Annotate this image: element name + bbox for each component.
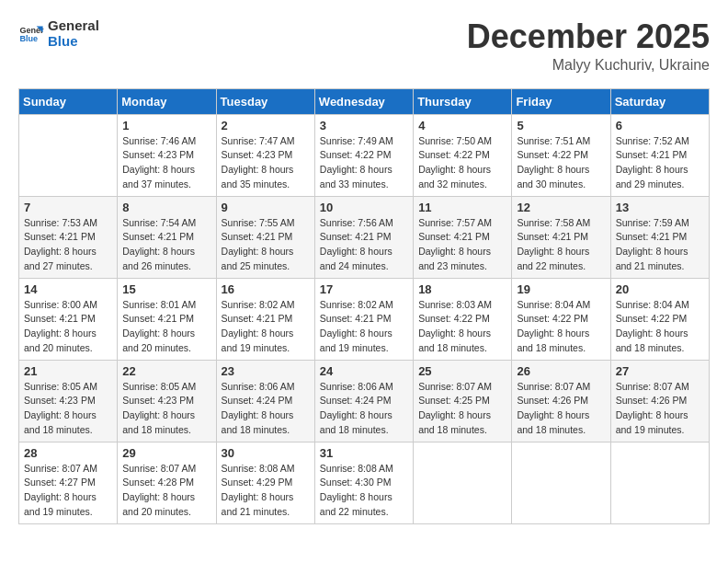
day-number: 13 — [616, 201, 704, 214]
calendar-cell: 21Sunrise: 8:05 AMSunset: 4:23 PMDayligh… — [19, 360, 118, 442]
weekday-header-wednesday: Wednesday — [314, 88, 413, 114]
calendar-cell: 24Sunrise: 8:06 AMSunset: 4:24 PMDayligh… — [314, 360, 413, 442]
calendar-cell: 12Sunrise: 7:58 AMSunset: 4:21 PMDayligh… — [512, 196, 610, 278]
day-number: 2 — [222, 119, 310, 132]
calendar-cell: 11Sunrise: 7:57 AMSunset: 4:21 PMDayligh… — [414, 196, 512, 278]
day-info: Sunrise: 8:03 AMSunset: 4:22 PMDaylight:… — [418, 298, 506, 356]
calendar-cell: 29Sunrise: 8:07 AMSunset: 4:28 PMDayligh… — [118, 442, 216, 523]
day-info: Sunrise: 7:59 AMSunset: 4:21 PMDaylight:… — [616, 216, 704, 274]
calendar-week-row: 28Sunrise: 8:07 AMSunset: 4:27 PMDayligh… — [19, 442, 710, 523]
day-info: Sunrise: 8:02 AMSunset: 4:21 PMDaylight:… — [320, 298, 408, 356]
weekday-header-tuesday: Tuesday — [216, 88, 314, 114]
weekday-header-monday: Monday — [118, 88, 216, 114]
day-number: 10 — [320, 201, 408, 214]
calendar-cell: 8Sunrise: 7:54 AMSunset: 4:21 PMDaylight… — [118, 196, 216, 278]
day-info: Sunrise: 8:02 AMSunset: 4:21 PMDaylight:… — [222, 298, 310, 356]
day-number: 21 — [24, 364, 112, 378]
day-number: 16 — [222, 282, 310, 296]
calendar-table: SundayMondayTuesdayWednesdayThursdayFrid… — [18, 88, 710, 524]
day-number: 19 — [517, 282, 605, 296]
logo-text-general: General — [48, 18, 99, 34]
day-info: Sunrise: 7:46 AMSunset: 4:23 PMDaylight:… — [122, 134, 210, 192]
day-info: Sunrise: 8:01 AMSunset: 4:21 PMDaylight:… — [122, 298, 210, 356]
day-info: Sunrise: 7:58 AMSunset: 4:21 PMDaylight:… — [517, 216, 605, 274]
day-number: 24 — [320, 364, 408, 378]
calendar-week-row: 7Sunrise: 7:53 AMSunset: 4:21 PMDaylight… — [19, 196, 710, 278]
day-info: Sunrise: 8:05 AMSunset: 4:23 PMDaylight:… — [122, 380, 210, 438]
day-number: 5 — [517, 119, 605, 132]
calendar-cell: 27Sunrise: 8:07 AMSunset: 4:26 PMDayligh… — [610, 360, 709, 442]
day-info: Sunrise: 7:56 AMSunset: 4:21 PMDaylight:… — [320, 216, 408, 274]
weekday-header-sunday: Sunday — [19, 88, 118, 114]
day-info: Sunrise: 8:05 AMSunset: 4:23 PMDaylight:… — [24, 380, 112, 438]
weekday-header-saturday: Saturday — [610, 88, 709, 114]
weekday-header-friday: Friday — [512, 88, 610, 114]
calendar-cell: 31Sunrise: 8:08 AMSunset: 4:30 PMDayligh… — [314, 442, 413, 523]
calendar-cell — [19, 114, 118, 196]
calendar-header-row: SundayMondayTuesdayWednesdayThursdayFrid… — [19, 88, 710, 114]
day-number: 3 — [320, 119, 408, 132]
day-info: Sunrise: 7:47 AMSunset: 4:23 PMDaylight:… — [222, 134, 310, 192]
day-number: 7 — [24, 201, 112, 214]
day-number: 11 — [418, 201, 506, 214]
logo: General Blue General Blue — [18, 18, 99, 49]
day-number: 22 — [122, 364, 210, 378]
calendar-cell: 20Sunrise: 8:04 AMSunset: 4:22 PMDayligh… — [610, 278, 709, 360]
day-number: 9 — [222, 201, 310, 214]
calendar-cell — [414, 442, 512, 523]
day-info: Sunrise: 8:07 AMSunset: 4:25 PMDaylight:… — [418, 380, 506, 438]
day-info: Sunrise: 8:08 AMSunset: 4:29 PMDaylight:… — [222, 462, 310, 520]
day-number: 17 — [320, 282, 408, 296]
logo-icon: General Blue — [18, 21, 44, 47]
title-block: December 2025 Malyy Kuchuriv, Ukraine — [467, 18, 710, 74]
day-number: 26 — [517, 364, 605, 378]
calendar-cell: 7Sunrise: 7:53 AMSunset: 4:21 PMDaylight… — [19, 196, 118, 278]
location-subtitle: Malyy Kuchuriv, Ukraine — [467, 57, 710, 74]
day-number: 31 — [320, 446, 408, 460]
calendar-cell: 25Sunrise: 8:07 AMSunset: 4:25 PMDayligh… — [414, 360, 512, 442]
calendar-cell: 28Sunrise: 8:07 AMSunset: 4:27 PMDayligh… — [19, 442, 118, 523]
day-info: Sunrise: 8:07 AMSunset: 4:26 PMDaylight:… — [616, 380, 704, 438]
day-info: Sunrise: 8:04 AMSunset: 4:22 PMDaylight:… — [616, 298, 704, 356]
calendar-cell: 3Sunrise: 7:49 AMSunset: 4:22 PMDaylight… — [314, 114, 413, 196]
day-number: 14 — [24, 282, 112, 296]
day-number: 25 — [418, 364, 506, 378]
day-number: 8 — [122, 201, 210, 214]
svg-text:Blue: Blue — [19, 34, 38, 43]
calendar-week-row: 21Sunrise: 8:05 AMSunset: 4:23 PMDayligh… — [19, 360, 710, 442]
day-info: Sunrise: 7:51 AMSunset: 4:22 PMDaylight:… — [517, 134, 605, 192]
day-info: Sunrise: 7:54 AMSunset: 4:21 PMDaylight:… — [122, 216, 210, 274]
calendar-cell: 14Sunrise: 8:00 AMSunset: 4:21 PMDayligh… — [19, 278, 118, 360]
day-number: 1 — [122, 119, 210, 132]
calendar-cell: 23Sunrise: 8:06 AMSunset: 4:24 PMDayligh… — [216, 360, 314, 442]
day-info: Sunrise: 7:55 AMSunset: 4:21 PMDaylight:… — [222, 216, 310, 274]
calendar-cell: 18Sunrise: 8:03 AMSunset: 4:22 PMDayligh… — [414, 278, 512, 360]
calendar-cell: 2Sunrise: 7:47 AMSunset: 4:23 PMDaylight… — [216, 114, 314, 196]
calendar-cell — [610, 442, 709, 523]
day-number: 28 — [24, 446, 112, 460]
calendar-cell: 10Sunrise: 7:56 AMSunset: 4:21 PMDayligh… — [314, 196, 413, 278]
calendar-cell: 9Sunrise: 7:55 AMSunset: 4:21 PMDaylight… — [216, 196, 314, 278]
day-number: 15 — [122, 282, 210, 296]
day-info: Sunrise: 7:50 AMSunset: 4:22 PMDaylight:… — [418, 134, 506, 192]
day-info: Sunrise: 8:00 AMSunset: 4:21 PMDaylight:… — [24, 298, 112, 356]
calendar-cell: 5Sunrise: 7:51 AMSunset: 4:22 PMDaylight… — [512, 114, 610, 196]
day-info: Sunrise: 7:49 AMSunset: 4:22 PMDaylight:… — [320, 134, 408, 192]
day-number: 4 — [418, 119, 506, 132]
day-info: Sunrise: 7:53 AMSunset: 4:21 PMDaylight:… — [24, 216, 112, 274]
day-number: 20 — [616, 282, 704, 296]
calendar-cell: 30Sunrise: 8:08 AMSunset: 4:29 PMDayligh… — [216, 442, 314, 523]
calendar-cell: 17Sunrise: 8:02 AMSunset: 4:21 PMDayligh… — [314, 278, 413, 360]
weekday-header-thursday: Thursday — [414, 88, 512, 114]
day-number: 29 — [122, 446, 210, 460]
calendar-cell: 26Sunrise: 8:07 AMSunset: 4:26 PMDayligh… — [512, 360, 610, 442]
calendar-cell: 19Sunrise: 8:04 AMSunset: 4:22 PMDayligh… — [512, 278, 610, 360]
calendar-cell: 22Sunrise: 8:05 AMSunset: 4:23 PMDayligh… — [118, 360, 216, 442]
day-number: 18 — [418, 282, 506, 296]
day-info: Sunrise: 8:04 AMSunset: 4:22 PMDaylight:… — [517, 298, 605, 356]
month-year-title: December 2025 — [467, 18, 710, 55]
day-number: 23 — [222, 364, 310, 378]
day-number: 30 — [222, 446, 310, 460]
day-info: Sunrise: 8:06 AMSunset: 4:24 PMDaylight:… — [320, 380, 408, 438]
calendar-cell: 13Sunrise: 7:59 AMSunset: 4:21 PMDayligh… — [610, 196, 709, 278]
